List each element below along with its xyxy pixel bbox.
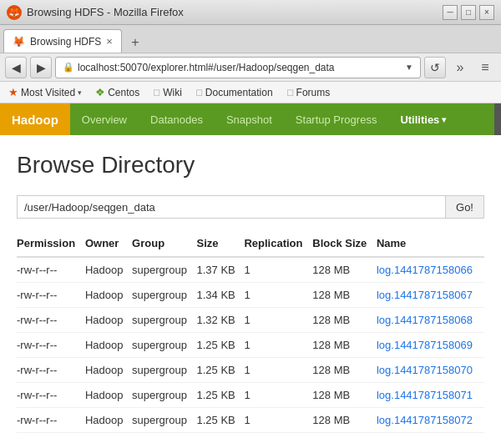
cell-replication: 1 xyxy=(244,408,312,433)
window-titlebar: 🦊 Browsing HDFS - Mozilla Firefox ─ □ × xyxy=(0,0,501,25)
table-row: -rw-r--r-- Hadoop supergroup 1.25 KB 1 1… xyxy=(17,383,484,408)
cell-group: supergroup xyxy=(132,257,196,283)
forums-label: Forums xyxy=(296,87,331,98)
file-link[interactable]: log.1441787158068 xyxy=(377,314,473,326)
cell-group: supergroup xyxy=(132,333,196,358)
table-row: -rw-r--r-- Hadoop supergroup 1.37 KB 1 1… xyxy=(17,257,484,283)
menu-button[interactable]: ≡ xyxy=(474,57,496,78)
cell-replication: 1 xyxy=(244,257,312,283)
bookmark-centos[interactable]: ❖ Centos xyxy=(92,84,143,100)
firefox-icon: 🦊 xyxy=(7,5,22,20)
forward-button[interactable]: ▶ xyxy=(30,57,52,78)
back-button[interactable]: ◀ xyxy=(5,57,27,78)
cell-group: supergroup xyxy=(132,383,196,408)
active-tab[interactable]: 🦊 Browsing HDFS × xyxy=(3,29,122,53)
utilities-dropdown-icon: ▾ xyxy=(442,115,446,124)
cell-group: supergroup xyxy=(132,358,196,383)
cell-permission: -rw-r--r-- xyxy=(17,283,85,308)
nav-bar: ◀ ▶ 🔒 localhost:50070/explorer.html#/use… xyxy=(0,53,501,82)
col-group: Group xyxy=(132,232,196,257)
nav-scrollbar xyxy=(494,103,501,135)
most-visited-icon: ★ xyxy=(8,86,18,98)
nav-item-overview[interactable]: Overview xyxy=(70,103,139,135)
cell-permission: -rw-r--r-- xyxy=(17,358,85,383)
bookmark-forums[interactable]: ◻ Forums xyxy=(283,85,334,100)
more-tools-button[interactable]: » xyxy=(449,57,471,78)
documentation-icon: ◻ xyxy=(195,87,203,98)
bookmark-most-visited[interactable]: ★ Most Visited ▾ xyxy=(5,84,85,100)
file-link[interactable]: log.1441787158071 xyxy=(377,389,473,401)
tab-bar: 🦊 Browsing HDFS × + xyxy=(0,25,501,53)
table-row: -rw-r--r-- Hadoop supergroup 1.32 KB 1 1… xyxy=(17,308,484,333)
col-permission: Permission xyxy=(17,232,85,257)
col-owner: Owner xyxy=(85,232,132,257)
window-controls[interactable]: ─ □ × xyxy=(443,5,494,20)
cell-name[interactable]: log.1441787158069 xyxy=(377,333,484,358)
bookmarks-bar: ★ Most Visited ▾ ❖ Centos ◻ Wiki ◻ Docum… xyxy=(0,82,501,103)
file-link[interactable]: log.1441787158072 xyxy=(377,414,473,426)
file-link[interactable]: log.1441787158069 xyxy=(377,339,473,351)
col-name: Name xyxy=(377,232,484,257)
nav-item-utilities[interactable]: Utilities ▾ xyxy=(388,103,458,135)
address-bar[interactable]: 🔒 localhost:50070/explorer.html#/user/Ha… xyxy=(55,57,421,78)
go-button[interactable]: Go! xyxy=(446,195,484,219)
startup-progress-label: Startup Progress xyxy=(296,113,377,126)
cell-name[interactable]: log.1441787158072 xyxy=(377,408,484,433)
hadoop-logo[interactable]: Hadoop xyxy=(0,103,70,135)
documentation-label: Documentation xyxy=(205,87,273,98)
cell-name[interactable]: log.1441787158071 xyxy=(377,383,484,408)
close-button[interactable]: × xyxy=(479,5,494,20)
titlebar-left: 🦊 Browsing HDFS - Mozilla Firefox xyxy=(7,5,184,20)
path-input[interactable] xyxy=(17,195,446,219)
most-visited-label: Most Visited xyxy=(21,87,75,98)
cell-name[interactable]: log.1441787158066 xyxy=(377,257,484,283)
tab-close-button[interactable]: × xyxy=(106,36,113,47)
nav-item-snapshot[interactable]: Snapshot xyxy=(215,103,284,135)
main-content: Browse Directory Go! Permission Owner Gr… xyxy=(0,135,501,448)
datanodes-label: Datanodes xyxy=(150,113,203,126)
file-link[interactable]: log.1441787158067 xyxy=(377,289,473,301)
cell-permission: -rw-r--r-- xyxy=(17,257,85,283)
file-table-body: -rw-r--r-- Hadoop supergroup 1.37 KB 1 1… xyxy=(17,257,484,433)
file-link[interactable]: log.1441787158070 xyxy=(377,364,473,376)
maximize-button[interactable]: □ xyxy=(461,5,476,20)
hadoop-nav: Hadoop Overview Datanodes Snapshot Start… xyxy=(0,103,501,135)
address-dropdown-icon[interactable]: ▼ xyxy=(405,63,413,72)
bookmark-wiki[interactable]: ◻ Wiki xyxy=(149,85,185,100)
table-row: -rw-r--r-- Hadoop supergroup 1.25 KB 1 1… xyxy=(17,333,484,358)
wiki-label: Wiki xyxy=(163,87,182,98)
tab-favicon: 🦊 xyxy=(13,36,25,48)
cell-block-size: 128 MB xyxy=(312,283,377,308)
minimize-button[interactable]: ─ xyxy=(443,5,458,20)
cell-replication: 1 xyxy=(244,308,312,333)
snapshot-label: Snapshot xyxy=(226,113,272,126)
cell-replication: 1 xyxy=(244,283,312,308)
file-link[interactable]: log.1441787158066 xyxy=(377,264,473,276)
cell-size: 1.34 KB xyxy=(197,283,245,308)
nav-item-startup-progress[interactable]: Startup Progress xyxy=(284,103,389,135)
cell-name[interactable]: log.1441787158068 xyxy=(377,308,484,333)
new-tab-button[interactable]: + xyxy=(125,33,145,53)
cell-size: 1.25 KB xyxy=(197,408,245,433)
nav-item-datanodes[interactable]: Datanodes xyxy=(139,103,215,135)
cell-name[interactable]: log.1441787158070 xyxy=(377,358,484,383)
cell-block-size: 128 MB xyxy=(312,333,377,358)
col-replication: Replication xyxy=(244,232,312,257)
cell-permission: -rw-r--r-- xyxy=(17,308,85,333)
page-title: Browse Directory xyxy=(17,152,484,179)
refresh-button[interactable]: ↺ xyxy=(424,57,446,78)
bookmark-documentation[interactable]: ◻ Documentation xyxy=(192,85,276,100)
cell-block-size: 128 MB xyxy=(312,383,377,408)
centos-icon: ❖ xyxy=(95,86,105,98)
forums-icon: ◻ xyxy=(286,87,294,98)
cell-replication: 1 xyxy=(244,383,312,408)
cell-size: 1.37 KB xyxy=(197,257,245,283)
cell-group: supergroup xyxy=(132,408,196,433)
cell-replication: 1 xyxy=(244,358,312,383)
table-header: Permission Owner Group Size Replication … xyxy=(17,232,484,257)
cell-owner: Hadoop xyxy=(85,308,132,333)
cell-name[interactable]: log.1441787158067 xyxy=(377,283,484,308)
cell-owner: Hadoop xyxy=(85,408,132,433)
utilities-label: Utilities xyxy=(400,113,439,126)
cell-size: 1.25 KB xyxy=(197,333,245,358)
